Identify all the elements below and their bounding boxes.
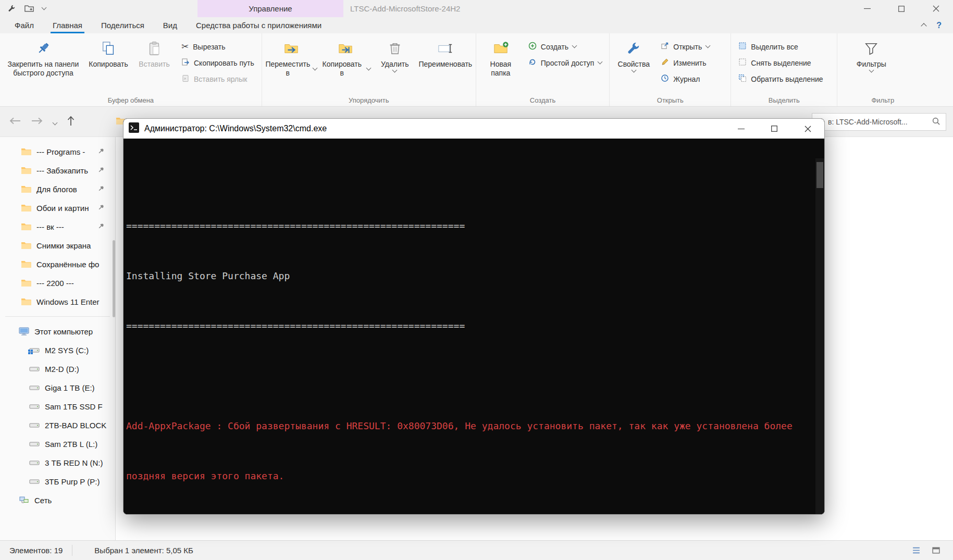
sidebar-item-label: --- Programs - — [36, 147, 85, 156]
properties-button[interactable]: Свойства — [612, 36, 655, 72]
sidebar-item-folder[interactable]: Сохранённые фо — [0, 255, 115, 273]
cmd-minimize-button[interactable] — [724, 119, 758, 139]
sidebar-item-folder[interactable]: --- Забэкапить — [0, 161, 115, 180]
copy-button[interactable]: Копировать — [84, 36, 132, 69]
sidebar-item-drive[interactable]: Sam 2TB L (L:) — [0, 434, 115, 453]
sidebar-item-folder[interactable]: --- вк --- — [0, 217, 115, 236]
cut-button[interactable]: ✂ Вырезать — [176, 39, 259, 55]
sidebar-item-network[interactable]: Сеть — [0, 491, 115, 509]
sidebar-item-drive[interactable]: 3ТБ Purp P (P:) — [0, 472, 115, 491]
history-button[interactable]: Журнал — [655, 71, 715, 87]
folder-icon — [21, 166, 31, 175]
context-tab-manage[interactable]: Управление — [197, 0, 343, 17]
menu-tab[interactable]: Средства работы с приложениями — [187, 17, 331, 33]
drive-icon — [29, 402, 40, 410]
this-pc-icon — [19, 327, 29, 336]
sidebar-item-folder[interactable]: --- Programs - — [0, 142, 115, 161]
thumbnails-view-button[interactable] — [926, 541, 946, 560]
invert-selection-button[interactable]: Обратить выделение — [733, 71, 828, 87]
sidebar-item-folder[interactable]: Обои и картин — [0, 198, 115, 217]
sidebar-item-drive[interactable]: 2TB-BAD BLOCK — [0, 416, 115, 434]
sidebar-item-folder[interactable]: Windows 11 Enter — [0, 292, 115, 311]
cmd-maximize-button[interactable] — [758, 119, 791, 139]
history-icon — [661, 74, 669, 84]
move-to-label: Переместить в — [265, 60, 310, 78]
menu-tab[interactable]: Файл — [5, 17, 43, 33]
search-box[interactable]: в: LTSC-Add-Microsoft... — [812, 113, 946, 131]
console-scrollbar-thumb[interactable] — [816, 162, 823, 188]
sidebar-item-label: Этот компьютер — [34, 327, 93, 336]
help-icon[interactable]: ? — [936, 21, 942, 30]
new-folder-button[interactable]: Новая папка — [478, 36, 523, 78]
pin-icon — [97, 166, 105, 175]
sidebar-item-folder[interactable]: --- 2200 --- — [0, 273, 115, 292]
close-button[interactable] — [919, 0, 953, 17]
filters-button[interactable]: Фильтры — [849, 36, 894, 72]
sidebar-item-drive[interactable]: M2 SYS (C:) — [0, 341, 115, 359]
rename-button[interactable]: Переименовать — [417, 36, 474, 69]
copy-label: Копировать — [89, 60, 128, 69]
pin-icon — [97, 147, 105, 156]
pin-to-quick-access-button[interactable]: Закрепить на панели быстрого доступа — [2, 36, 84, 78]
sidebar-item-drive[interactable]: 3 ТБ RED N (N:) — [0, 453, 115, 472]
sidebar-item-folder[interactable]: Для блогов — [0, 180, 115, 198]
menu-tab[interactable]: Поделиться — [92, 17, 154, 33]
cmd-window-title: Администратор: C:\Windows\System32\cmd.e… — [144, 124, 327, 133]
sidebar-item-drive[interactable]: Giga 1 TB (E:) — [0, 378, 115, 397]
recent-locations-chevron-icon[interactable] — [53, 117, 57, 127]
back-button[interactable] — [9, 117, 21, 127]
paste-shortcut-button[interactable]: Вставить ярлык — [176, 71, 259, 87]
qat-new-folder-icon[interactable] — [24, 5, 34, 13]
copy-path-button[interactable]: Скопировать путь — [176, 55, 259, 71]
maximize-button[interactable] — [884, 0, 919, 17]
new-folder-icon — [492, 39, 509, 58]
search-input[interactable]: в: LTSC-Add-Microsoft... — [828, 118, 932, 126]
console-viewport[interactable]: ========================================… — [123, 139, 824, 514]
folder-icon — [21, 297, 31, 306]
easy-access-button[interactable]: Простой доступ — [523, 55, 608, 71]
edit-button[interactable]: Изменить — [655, 55, 715, 71]
up-button[interactable] — [67, 116, 75, 128]
paste-shortcut-label: Вставить ярлык — [194, 75, 247, 83]
paste-button[interactable]: Вставить — [132, 36, 176, 69]
qat-properties-icon[interactable] — [7, 4, 16, 13]
menu-tab[interactable]: Вид — [154, 17, 187, 33]
move-to-button[interactable]: Переместить в — [264, 36, 318, 78]
new-item-button[interactable]: Создать — [523, 39, 608, 55]
console-line — [126, 370, 813, 382]
sidebar-scrollbar-thumb[interactable] — [113, 240, 115, 317]
copy-to-button[interactable]: Копировать в — [318, 36, 373, 78]
select-none-button[interactable]: Снять выделение — [733, 55, 828, 71]
console-scrollbar[interactable] — [815, 158, 824, 514]
details-view-button[interactable] — [906, 541, 926, 560]
console-line: ========================================… — [126, 220, 813, 232]
sidebar-divider — [5, 316, 110, 317]
cmd-close-button[interactable] — [791, 119, 824, 139]
folder-icon — [21, 260, 31, 268]
sidebar-item-folder[interactable]: Снимки экрана — [0, 236, 115, 255]
cmd-window[interactable]: Администратор: C:\Windows\System32\cmd.e… — [123, 118, 825, 515]
minimize-button[interactable] — [850, 0, 884, 17]
sidebar-item-drive[interactable]: Sam 1ТБ SSD F — [0, 397, 115, 416]
ribbon-group-organize: Переместить в Копировать в Удалить — [262, 33, 476, 106]
sidebar-item-label: 2TB-BAD BLOCK — [45, 421, 106, 430]
select-all-button[interactable]: Выделить все — [733, 39, 828, 55]
sidebar-item-label: --- 2200 --- — [36, 279, 74, 288]
cmd-title-bar[interactable]: Администратор: C:\Windows\System32\cmd.e… — [123, 119, 824, 139]
sidebar-item-this-pc[interactable]: Этот компьютер — [0, 322, 115, 341]
pin-icon — [97, 204, 105, 213]
menu-tab[interactable]: Главная — [43, 17, 92, 33]
easy-access-label: Простой доступ — [541, 59, 595, 67]
search-icon[interactable] — [932, 117, 940, 127]
sidebar-item-drive[interactable]: M2-D (D:) — [0, 359, 115, 378]
edit-icon — [661, 58, 669, 68]
forward-button[interactable] — [31, 117, 43, 127]
qat-chevron-down-icon[interactable] — [42, 8, 46, 9]
sidebar-item-label: Sam 1ТБ SSD F — [45, 402, 103, 411]
delete-button[interactable]: Удалить — [373, 36, 417, 72]
paste-icon — [146, 39, 162, 58]
copy-path-label: Скопировать путь — [194, 59, 254, 67]
collapse-ribbon-icon[interactable] — [922, 21, 926, 30]
chevron-down-icon — [572, 43, 577, 48]
open-button[interactable]: Открыть — [655, 39, 715, 55]
